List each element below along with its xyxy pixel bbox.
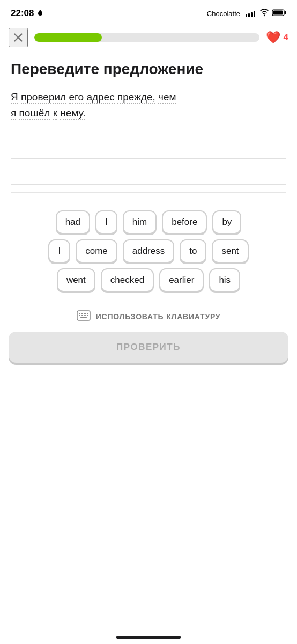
word-bank: had I him before by I come address to se… — [0, 200, 297, 292]
sentence-word: нему. — [60, 107, 85, 120]
task-title: Переведите предложение — [11, 60, 286, 78]
svg-rect-8 — [81, 313, 83, 314]
battery-container — [272, 9, 286, 18]
signal-bars — [246, 10, 255, 17]
word-chip-by[interactable]: by — [212, 210, 241, 234]
svg-rect-15 — [80, 317, 87, 318]
svg-rect-14 — [87, 315, 88, 316]
progress-fill — [34, 33, 102, 42]
word-chip-checked[interactable]: checked — [101, 268, 154, 292]
keyboard-icon — [77, 310, 91, 323]
svg-rect-13 — [84, 315, 86, 316]
answer-area[interactable] — [11, 134, 286, 193]
sentence-word: прежде, — [117, 91, 155, 104]
svg-rect-12 — [81, 315, 83, 316]
svg-rect-3 — [273, 11, 283, 15]
location-icon — [37, 10, 43, 17]
word-chip-sent[interactable]: sent — [212, 239, 248, 263]
keyboard-label: ИСПОЛЬЗОВАТЬ КЛАВИАТУРУ — [96, 312, 221, 321]
svg-rect-7 — [79, 313, 80, 314]
svg-point-0 — [264, 14, 265, 16]
heart-icon: ❤️ — [266, 31, 280, 45]
svg-rect-11 — [79, 315, 80, 316]
word-chip-come[interactable]: come — [76, 239, 117, 263]
status-time: 22:08 — [11, 8, 34, 19]
word-chip-address[interactable]: address — [123, 239, 174, 263]
progress-bar — [34, 33, 259, 42]
word-chip-before[interactable]: before — [162, 210, 207, 234]
word-row-3: went checked earlier his — [9, 268, 288, 292]
check-button[interactable]: ПРОВЕРИТЬ — [9, 332, 288, 363]
app-name: Chocolatte — [207, 10, 240, 18]
word-chip-his[interactable]: his — [209, 268, 240, 292]
home-bar — [116, 636, 181, 639]
check-button-label: ПРОВЕРИТЬ — [116, 342, 181, 353]
word-row-2: I come address to sent — [9, 239, 288, 263]
sentence-word: чем — [158, 91, 176, 104]
answer-line-1 — [11, 134, 286, 159]
word-chip-to[interactable]: to — [180, 239, 206, 263]
top-navigation: ❤️ 4 — [0, 24, 297, 52]
sentence-word: адрес — [86, 91, 114, 104]
word-chip-I-2[interactable]: I — [48, 239, 70, 263]
lives-container: ❤️ 4 — [266, 31, 288, 45]
sentence-text: Я проверил его адрес прежде, чем я пошёл… — [11, 89, 286, 122]
svg-rect-2 — [285, 11, 286, 14]
status-bar: 22:08 Chocolatte — [0, 0, 297, 24]
sentence-word: к — [53, 107, 57, 120]
svg-rect-9 — [84, 313, 86, 314]
main-content: Переведите предложение Я проверил его ад… — [0, 52, 297, 193]
sentence-word: Я — [11, 91, 18, 104]
word-row-1: had I him before by — [9, 210, 288, 234]
sentence-word: проверил — [21, 91, 66, 104]
svg-rect-10 — [87, 313, 88, 314]
word-chip-him[interactable]: him — [123, 210, 157, 234]
answer-line-2 — [11, 160, 286, 185]
sentence-word: его — [69, 91, 84, 104]
wifi-icon — [259, 9, 269, 18]
sentence-word: пошёл — [19, 107, 50, 120]
word-chip-I-1[interactable]: I — [95, 210, 117, 234]
home-indicator — [0, 632, 297, 641]
word-chip-earlier[interactable]: earlier — [159, 268, 204, 292]
word-chip-had[interactable]: had — [56, 210, 90, 234]
keyboard-toggle[interactable]: ИСПОЛЬЗОВАТЬ КЛАВИАТУРУ — [0, 297, 297, 332]
close-button[interactable] — [9, 28, 28, 47]
word-chip-went[interactable]: went — [57, 268, 95, 292]
sentence-word: я — [11, 107, 16, 120]
lives-count: 4 — [284, 32, 288, 43]
